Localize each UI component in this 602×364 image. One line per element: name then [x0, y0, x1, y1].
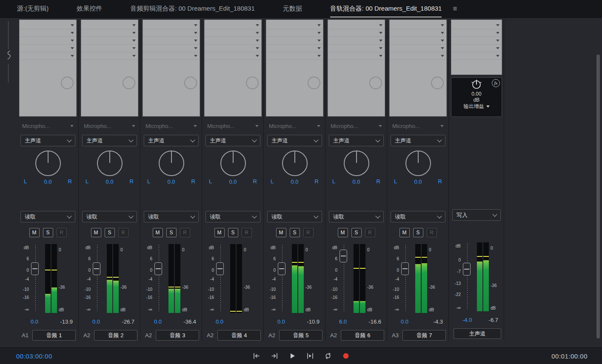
effect-slot-dropdown-icon[interactable]	[71, 55, 74, 57]
effects-sends-panel[interactable]	[451, 20, 502, 75]
input-channel-dropdown[interactable]: Micropho...	[207, 121, 259, 131]
record-button[interactable]	[340, 350, 351, 361]
effect-slot[interactable]	[266, 45, 323, 52]
effect-slot[interactable]	[205, 52, 261, 60]
effect-slot-dropdown-icon[interactable]	[256, 47, 259, 49]
fader-track[interactable]	[277, 243, 288, 316]
automation-mode-dropdown[interactable]: 读取	[20, 211, 75, 222]
effect-slot-dropdown-icon[interactable]	[317, 47, 321, 49]
effect-slot[interactable]	[81, 37, 138, 45]
fader-value[interactable]: 0.0	[154, 318, 162, 326]
fader-track[interactable]	[153, 243, 164, 316]
go-to-in-point-button[interactable]	[251, 350, 262, 361]
mute-button[interactable]: M	[399, 228, 410, 237]
send-knob[interactable]	[246, 77, 259, 89]
solo-button[interactable]: S	[166, 228, 177, 237]
effect-slot-dropdown-icon[interactable]	[379, 40, 382, 42]
mute-button[interactable]: M	[29, 228, 40, 237]
effects-sends-panel[interactable]	[143, 20, 200, 117]
output-assignment-dropdown[interactable]: 主声道	[391, 135, 445, 146]
panel-tab[interactable]: 音轨混合器: 00 Dreamers_Edit_180831	[330, 0, 442, 17]
effects-sends-panel[interactable]	[204, 20, 262, 117]
send-knob[interactable]	[123, 77, 135, 89]
record-arm-button[interactable]: R	[180, 228, 190, 237]
effect-slot-dropdown-icon[interactable]	[194, 40, 197, 42]
mute-button[interactable]: M	[276, 228, 286, 237]
input-channel-dropdown[interactable]: Micropho...	[392, 121, 444, 131]
playhead-position-timecode[interactable]: 00:03:00:00	[16, 353, 52, 360]
fader-track[interactable]	[462, 242, 473, 315]
effect-slot[interactable]	[328, 52, 385, 60]
panel-tab[interactable]: 效果控件	[77, 0, 102, 17]
effect-slot-dropdown-icon[interactable]	[132, 32, 136, 34]
effect-slot[interactable]	[328, 22, 385, 29]
panel-tab[interactable]: 元数据	[283, 0, 302, 17]
fader-value[interactable]: 6.0	[339, 318, 347, 326]
fader-track[interactable]	[215, 243, 226, 316]
record-arm-button[interactable]: R	[303, 228, 314, 237]
fader-handle[interactable]	[93, 262, 100, 275]
effect-slot-dropdown-icon[interactable]	[194, 24, 197, 26]
effect-slot[interactable]	[143, 22, 200, 29]
effect-slot-dropdown-icon[interactable]	[496, 32, 499, 34]
panel-tab[interactable]: 源:(无剪辑)	[17, 0, 49, 17]
effect-slot-dropdown-icon[interactable]	[317, 32, 321, 34]
record-arm-button[interactable]: R	[57, 228, 67, 237]
solo-button[interactable]: S	[290, 228, 300, 237]
output-assignment-dropdown[interactable]: 主声道	[82, 135, 137, 146]
effect-slot[interactable]	[266, 52, 323, 60]
effect-slot[interactable]	[390, 29, 446, 37]
effect-slot-dropdown-icon[interactable]	[441, 32, 444, 34]
effect-slot[interactable]	[451, 22, 502, 29]
input-channel-dropdown[interactable]: Micropho...	[22, 121, 74, 131]
input-channel-dropdown[interactable]: Micropho...	[84, 121, 135, 131]
effect-slot[interactable]	[81, 52, 138, 60]
effects-sends-panel[interactable]	[389, 20, 447, 117]
effect-slot[interactable]	[81, 22, 138, 29]
automation-mode-dropdown[interactable]: 读取	[82, 211, 137, 222]
show-hide-effects-icon[interactable]	[6, 50, 12, 60]
effect-slot-dropdown-icon[interactable]	[496, 24, 499, 26]
play-in-to-out-button[interactable]	[305, 350, 316, 361]
input-channel-dropdown[interactable]: Micropho...	[146, 121, 197, 131]
effect-slot[interactable]	[20, 29, 76, 37]
fader-handle[interactable]	[31, 262, 39, 275]
effect-slot-dropdown-icon[interactable]	[194, 47, 197, 49]
fader-handle[interactable]	[463, 263, 471, 276]
effect-slot-dropdown-icon[interactable]	[379, 47, 382, 49]
mute-button[interactable]: M	[214, 228, 225, 237]
effect-slot-dropdown-icon[interactable]	[379, 24, 382, 26]
effect-slot-dropdown-icon[interactable]	[379, 32, 382, 34]
effect-slot[interactable]	[205, 22, 261, 29]
effect-slot[interactable]	[328, 45, 385, 52]
solo-button[interactable]: S	[228, 228, 238, 237]
effects-sends-panel[interactable]	[19, 20, 77, 117]
effect-slot-dropdown-icon[interactable]	[496, 40, 499, 42]
effect-slot[interactable]	[143, 45, 200, 52]
output-assignment-dropdown[interactable]: 主声道	[267, 135, 322, 146]
fader-value[interactable]: -4.0	[462, 317, 472, 324]
effect-slot[interactable]	[390, 22, 446, 29]
effect-slot-dropdown-icon[interactable]	[256, 55, 259, 57]
effects-sends-panel[interactable]	[81, 20, 138, 117]
effect-slot-dropdown-icon[interactable]	[71, 40, 74, 42]
effect-slot[interactable]	[81, 29, 138, 37]
effect-slot[interactable]	[328, 37, 385, 45]
effect-slot-dropdown-icon[interactable]	[71, 32, 74, 34]
solo-button[interactable]: S	[351, 228, 362, 237]
effect-slot[interactable]	[20, 45, 76, 52]
effect-slot-dropdown-icon[interactable]	[441, 40, 444, 42]
effect-slot[interactable]	[205, 37, 261, 45]
effect-slot[interactable]	[451, 29, 502, 37]
fader-value[interactable]: 0.0	[216, 318, 223, 326]
effect-slot-dropdown-icon[interactable]	[132, 40, 136, 42]
fader-handle[interactable]	[216, 262, 224, 275]
effect-slot[interactable]	[205, 45, 261, 52]
send-knob[interactable]	[184, 77, 197, 89]
record-arm-button[interactable]: R	[242, 228, 252, 237]
send-knob[interactable]	[369, 77, 382, 89]
track-name-button[interactable]: 音频 3	[156, 330, 199, 341]
effect-slot-dropdown-icon[interactable]	[317, 24, 321, 26]
input-channel-dropdown[interactable]: Micropho...	[331, 121, 382, 131]
automation-mode-dropdown[interactable]: 读取	[391, 211, 445, 222]
